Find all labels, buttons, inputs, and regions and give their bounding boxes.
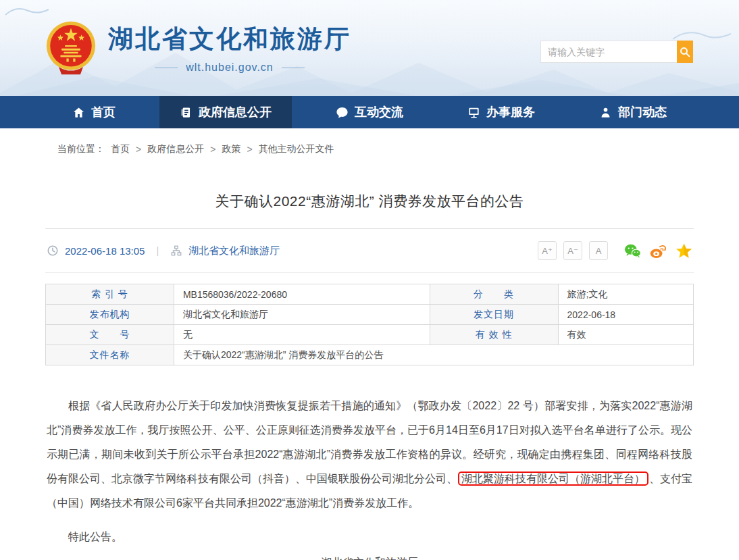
breadcrumb-prefix: 当前位置： bbox=[57, 143, 105, 155]
font-size-increase-button[interactable]: A⁺ bbox=[538, 241, 557, 260]
info-label-issue-date: 发文日期 bbox=[430, 305, 558, 325]
info-value-doc-no: 无 bbox=[174, 325, 430, 345]
breadcrumb-home[interactable]: 首页 bbox=[111, 143, 130, 155]
breadcrumb: 当前位置： 首页 > 政府信息公开 > 政策 > 其他主动公开文件 bbox=[45, 128, 694, 155]
paragraph-main: 根据《省人民政府办公厅关于印发加快消费恢复提振若干措施的通知》（鄂政办发〔202… bbox=[47, 394, 692, 515]
wechat-icon[interactable] bbox=[624, 243, 641, 259]
breadcrumb-separator: > bbox=[136, 144, 141, 155]
info-value-validity: 有效 bbox=[558, 325, 693, 345]
breadcrumb-separator: > bbox=[210, 144, 215, 155]
paragraph-closing: 特此公告。 bbox=[47, 525, 692, 549]
info-label-index-no: 索 引 号 bbox=[46, 284, 174, 305]
person-icon bbox=[599, 106, 612, 119]
chat-bubble-icon bbox=[336, 106, 349, 119]
home-icon bbox=[72, 106, 85, 119]
page-title: 关于确认2022“惠游湖北” 消费券发放平台的公告 bbox=[45, 192, 694, 211]
dash-decoration bbox=[282, 68, 305, 68]
weibo-icon[interactable] bbox=[650, 243, 667, 259]
table-row: 发布机构 湖北省文化和旅游厅 发文日期 2022-06-18 bbox=[46, 305, 694, 325]
font-size-reset-button[interactable]: A bbox=[589, 241, 608, 260]
clock-icon bbox=[47, 245, 59, 257]
nav-label: 互动交流 bbox=[355, 104, 403, 120]
breadcrumb-policy[interactable]: 政策 bbox=[222, 143, 240, 155]
search-input[interactable] bbox=[541, 41, 677, 62]
search-icon bbox=[679, 46, 691, 58]
info-value-category: 旅游;文化 bbox=[558, 284, 693, 305]
breadcrumb-separator: > bbox=[247, 144, 252, 155]
info-label-issuer: 发布机构 bbox=[46, 305, 174, 325]
monitor-icon bbox=[467, 106, 480, 119]
article-meta-bar: 2022-06-18 13:05 | 湖北省文化和旅游厅 A⁺ A⁻ A bbox=[45, 228, 694, 273]
document-icon bbox=[180, 106, 193, 119]
document-info-table: 索 引 号 MB1568036/2022-20680 分 类 旅游;文化 发布机… bbox=[45, 284, 694, 365]
site-header: 湖北省文化和旅游厅 wlt.hubei.gov.cn bbox=[0, 0, 739, 96]
org-sitemap-icon bbox=[170, 245, 182, 257]
article-source: 湖北省文化和旅游厅 bbox=[188, 245, 280, 257]
nav-label: 办事服务 bbox=[486, 104, 535, 120]
table-row: 文 号 无 有 效 性 有效 bbox=[46, 325, 694, 345]
nav-item-interaction[interactable]: 互动交流 bbox=[315, 96, 424, 128]
publish-time: 2022-06-18 13:05 bbox=[65, 245, 145, 257]
national-emblem-logo bbox=[43, 19, 99, 77]
main-navigation: 首页 政府信息公开 互动交流 办事服务 bbox=[0, 96, 739, 128]
breadcrumb-gov-info[interactable]: 政府信息公开 bbox=[147, 143, 204, 155]
info-label-doc-title: 文件名称 bbox=[46, 345, 174, 365]
info-value-doc-title: 关于确认2022“惠游湖北” 消费券发放平台的公告 bbox=[174, 345, 693, 365]
info-value-index-no: MB1568036/2022-20680 bbox=[174, 284, 430, 305]
info-value-issue-date: 2022-06-18 bbox=[558, 305, 693, 325]
site-title: 湖北省文化和旅游厅 bbox=[108, 22, 351, 56]
nav-label: 部门动态 bbox=[618, 104, 667, 120]
nav-item-services[interactable]: 办事服务 bbox=[447, 96, 555, 128]
table-row: 文件名称 关于确认2022“惠游湖北” 消费券发放平台的公告 bbox=[46, 345, 694, 365]
red-highlight-annotation: 湖北聚游科技有限公司（游湖北平台） bbox=[458, 472, 648, 486]
signature: 湖北省文化和旅游厅 bbox=[47, 551, 692, 560]
info-label-category: 分 类 bbox=[430, 284, 558, 305]
nav-item-gov-info[interactable]: 政府信息公开 bbox=[159, 96, 292, 128]
nav-item-home[interactable]: 首页 bbox=[52, 96, 136, 128]
article-body: 根据《省人民政府办公厅关于印发加快消费恢复提振若干措施的通知》（鄂政办发〔202… bbox=[45, 394, 694, 560]
font-size-decrease-button[interactable]: A⁻ bbox=[563, 241, 582, 260]
info-value-issuer: 湖北省文化和旅游厅 bbox=[174, 305, 430, 325]
search-button[interactable] bbox=[677, 41, 693, 63]
breadcrumb-current[interactable]: 其他主动公开文件 bbox=[259, 143, 334, 155]
meta-divider: | bbox=[156, 245, 159, 256]
site-url: wlt.hubei.gov.cn bbox=[186, 61, 274, 74]
nav-item-department-news[interactable]: 部门动态 bbox=[579, 96, 687, 128]
qzone-star-icon[interactable] bbox=[676, 243, 692, 259]
table-row: 索 引 号 MB1568036/2022-20680 分 类 旅游;文化 bbox=[46, 284, 694, 305]
nav-label: 政府信息公开 bbox=[199, 104, 272, 120]
info-label-validity: 有 效 性 bbox=[430, 325, 558, 345]
dash-decoration bbox=[155, 68, 178, 68]
search-box bbox=[540, 41, 693, 63]
info-label-doc-no: 文 号 bbox=[46, 325, 174, 345]
nav-label: 首页 bbox=[91, 104, 116, 120]
